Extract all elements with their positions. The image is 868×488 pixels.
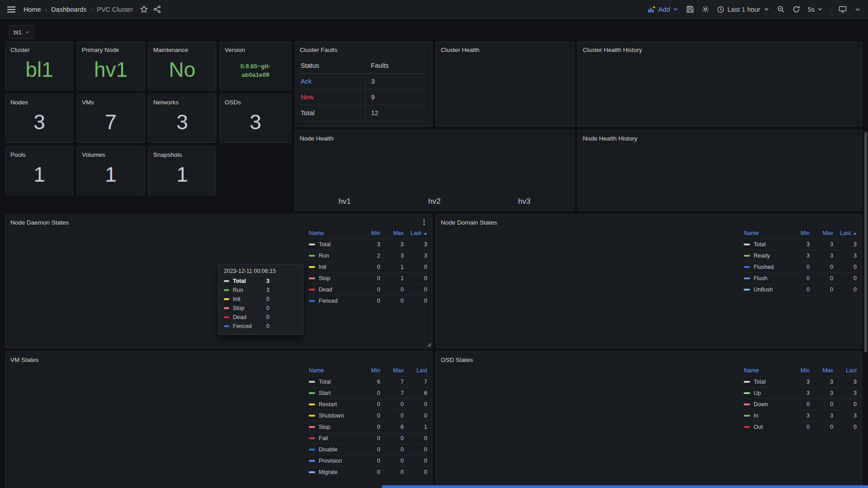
- legend-row[interactable]: Shutdown000: [309, 410, 427, 421]
- vertical-scrollbar-thumb[interactable]: [864, 132, 867, 352]
- panel-title[interactable]: Primary Node: [82, 47, 119, 53]
- series-color-swatch: [744, 426, 750, 428]
- series-color-swatch: [744, 392, 750, 394]
- kiosk-monitor-icon[interactable]: [839, 5, 847, 13]
- legend-row[interactable]: Total333: [744, 376, 857, 387]
- panel-resize-handle[interactable]: [427, 343, 431, 347]
- node-daemon-states-chart[interactable]: 2023-12-11 00:06:15Total3Run3Init0Stop0D…: [10, 228, 304, 344]
- panel-title[interactable]: Cluster: [10, 47, 30, 53]
- horizontal-scrollbar-thumb[interactable]: [382, 485, 868, 488]
- legend-row[interactable]: Flush000: [744, 272, 857, 284]
- sort-caret-icon: [853, 233, 857, 235]
- panel-title[interactable]: Node Daemon States: [10, 219, 69, 226]
- panel-title[interactable]: Volumes: [82, 151, 105, 158]
- legend-row[interactable]: Migrate000: [309, 466, 427, 478]
- panel-title[interactable]: Node Domain States: [441, 219, 497, 226]
- panel-title[interactable]: Pools: [10, 151, 26, 158]
- panel-osd-states: OSD States NameMinMaxLastTotal333Up333Do…: [436, 352, 862, 488]
- refresh-icon[interactable]: [793, 5, 800, 13]
- vm-states-chart[interactable]: [10, 365, 304, 487]
- legend-row[interactable]: Init010: [309, 261, 427, 272]
- add-button[interactable]: Add: [648, 5, 679, 13]
- faults-row[interactable]: New9: [300, 89, 427, 105]
- series-color-swatch: [309, 381, 315, 383]
- variable-dropdown-cluster[interactable]: bl1: [9, 25, 34, 39]
- menu-icon[interactable]: [7, 6, 15, 13]
- gauge-label: hv3: [518, 196, 530, 207]
- legend-row[interactable]: Total333: [744, 239, 857, 250]
- legend-row[interactable]: In333: [744, 410, 857, 421]
- stat-value: 0.9.85~git-ab0a1e09: [225, 55, 286, 87]
- legend-row[interactable]: Stop061: [309, 421, 427, 432]
- panel-menu-icon[interactable]: [421, 219, 427, 226]
- panel-title[interactable]: VMs: [82, 99, 94, 106]
- series-color-swatch: [309, 404, 315, 405]
- panel-title[interactable]: VM States: [10, 357, 38, 363]
- breadcrumb-home[interactable]: Home: [24, 6, 41, 13]
- faults-table: StatusFaultsAck3New9Total12: [300, 55, 427, 123]
- panel-title[interactable]: Snapshots: [153, 151, 182, 158]
- cluster-health-history-chart[interactable]: [583, 55, 857, 123]
- series-color-swatch: [744, 244, 750, 245]
- legend-row[interactable]: Out000: [744, 421, 857, 432]
- legend-row[interactable]: Unflush000: [744, 284, 857, 295]
- legend-row[interactable]: Fail000: [309, 432, 427, 444]
- panel-title[interactable]: Maintenance: [153, 47, 188, 53]
- series-color-swatch: [309, 437, 315, 439]
- legend-row[interactable]: Restart000: [309, 399, 427, 410]
- panel-title[interactable]: Cluster Health: [441, 47, 480, 53]
- panel-cluster-faults: Cluster Faults StatusFaultsAck3New9Total…: [295, 42, 432, 127]
- legend-row[interactable]: Disable000: [309, 444, 427, 455]
- legend-row[interactable]: Dead000: [309, 284, 427, 295]
- series-color-swatch: [744, 381, 750, 383]
- osd-states-chart[interactable]: [441, 365, 739, 487]
- legend-row[interactable]: Ready333: [744, 250, 857, 261]
- legend-row[interactable]: Stop010: [309, 272, 427, 284]
- panel-title[interactable]: OSDs: [225, 99, 241, 106]
- series-color-swatch: [309, 460, 315, 462]
- legend-row[interactable]: Fenced000: [309, 295, 427, 306]
- refresh-interval-dropdown[interactable]: 5s: [808, 6, 823, 13]
- panel-title[interactable]: OSD States: [441, 357, 473, 363]
- faults-row[interactable]: Total12: [300, 105, 427, 121]
- panel-title[interactable]: Node Health History: [583, 135, 637, 142]
- share-icon[interactable]: [153, 5, 161, 13]
- stat-value: 7: [82, 108, 140, 139]
- panel-title[interactable]: Cluster Health History: [583, 47, 642, 53]
- legend-row[interactable]: Start076: [309, 387, 427, 399]
- legend-row[interactable]: Provision000: [309, 455, 427, 466]
- legend-row[interactable]: Down000: [744, 399, 857, 410]
- zoom-out-icon[interactable]: [777, 5, 785, 13]
- node-health-gauge-hv2: hv2: [390, 145, 480, 207]
- faults-row[interactable]: Ack3: [300, 74, 427, 89]
- node-domain-states-chart[interactable]: [441, 228, 739, 344]
- series-color-swatch: [309, 449, 315, 450]
- vm-states-legend: NameMinMaxLastTotal677Start076Restart000…: [304, 365, 427, 478]
- legend-row[interactable]: Total677: [309, 376, 427, 387]
- legend-row[interactable]: Run233: [309, 250, 427, 261]
- breadcrumb-separator: ›: [91, 6, 93, 13]
- panel-title[interactable]: Networks: [153, 99, 179, 106]
- variable-value: bl1: [14, 29, 22, 36]
- chevron-down-icon[interactable]: [854, 6, 861, 13]
- panel-title[interactable]: Nodes: [10, 99, 28, 106]
- panel-title[interactable]: Cluster Faults: [300, 47, 337, 53]
- legend-row[interactable]: Total333: [309, 239, 427, 250]
- settings-gear-icon[interactable]: [702, 5, 709, 13]
- legend-row[interactable]: Flushed000: [744, 261, 857, 272]
- favorite-star-icon[interactable]: [140, 5, 148, 13]
- panel-title[interactable]: Version: [225, 47, 245, 53]
- node-daemon-states-legend: NameMinMaxLastTotal333Run233Init010Stop0…: [304, 228, 427, 306]
- node-health-history-chart[interactable]: [583, 144, 857, 207]
- series-color-swatch: [309, 426, 315, 428]
- time-range-picker[interactable]: Last 1 hour: [717, 6, 769, 13]
- breadcrumb-dashboards[interactable]: Dashboards: [51, 6, 86, 13]
- legend-row[interactable]: Up333: [744, 387, 857, 399]
- tooltip-timestamp: 2023-12-11 00:06:15: [224, 268, 298, 274]
- save-dashboard-icon[interactable]: [686, 5, 694, 13]
- chevron-down-icon: [764, 6, 769, 12]
- panel-title[interactable]: Node Health: [300, 135, 334, 142]
- series-color-swatch: [744, 415, 750, 417]
- breadcrumb-separator: ›: [45, 6, 47, 13]
- node-health-gauge-hv1: hv1: [300, 145, 390, 207]
